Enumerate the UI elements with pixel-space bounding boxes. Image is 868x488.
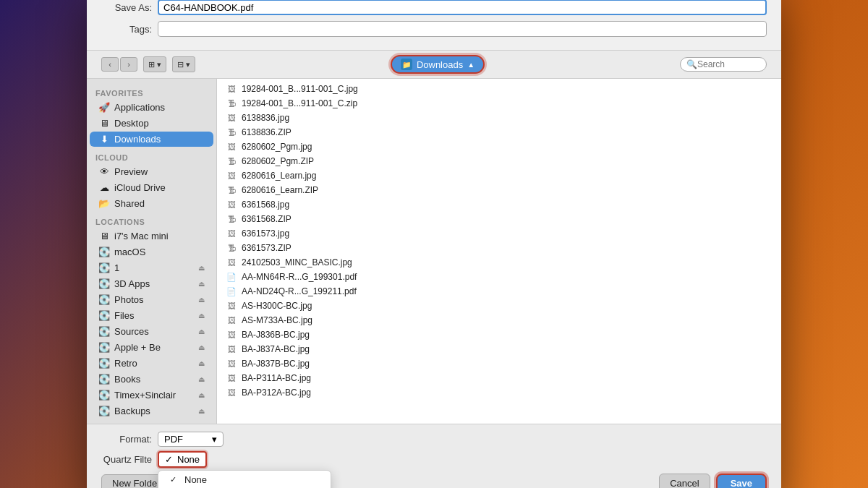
location-label: Downloads — [417, 59, 463, 70]
location-selector[interactable]: 📁 Downloads ▲ — [391, 55, 485, 74]
dialog-body: Favorites 🚀 Applications 🖥 Desktop ⬇ Dow… — [87, 79, 781, 424]
grid-chevron-icon: ▾ — [157, 60, 161, 69]
sidebar-item-shared[interactable]: 📂 Shared — [90, 196, 213, 211]
sidebar-item-macos[interactable]: 💽 macOS — [90, 244, 213, 260]
sidebar-item-books[interactable]: 💽 Books ⏏ — [90, 372, 213, 387]
file-item[interactable]: 🗜 6138836.ZIP — [217, 125, 781, 140]
file-name: 6280616_Learn.jpg — [242, 171, 316, 181]
file-item[interactable]: 📄 AA-MN64R-R...G_199301.pdf — [217, 270, 781, 284]
image-icon: 🖼 — [226, 170, 237, 181]
file-item[interactable]: 🗜 6280602_Pgm.ZIP — [217, 154, 781, 168]
grid-view-button[interactable]: ⊞ ▾ — [143, 56, 166, 72]
sidebar-item-mac-mini[interactable]: 🖥 i7's Mac mini — [90, 228, 213, 244]
none-checkmark: ✓ — [170, 475, 180, 484]
back-button[interactable]: ‹ — [101, 57, 119, 72]
quartz-filter-selector[interactable]: ✓ None — [158, 451, 207, 468]
sidebar-item-icloud-drive[interactable]: ☁ iCloud Drive — [90, 180, 213, 195]
image-icon: 🖼 — [226, 343, 237, 355]
sidebar-item-backups[interactable]: 💽 Backups ⏏ — [90, 403, 213, 419]
filename-input[interactable] — [158, 0, 767, 15]
file-item[interactable]: 🖼 BA-P311A-BC.jpg — [217, 371, 781, 385]
image-icon: 🖼 — [226, 112, 237, 124]
search-box: 🔍 — [680, 57, 767, 72]
search-icon: 🔍 — [686, 59, 697, 69]
file-item[interactable]: 🖼 6280616_Learn.jpg — [217, 168, 781, 183]
eject-icon: ⏏ — [198, 375, 205, 383]
file-item[interactable]: 🖼 6361568.jpg — [217, 197, 781, 212]
dialog-header: Save As: Tags: — [87, 0, 781, 51]
sidebar-item-label: Sources — [114, 326, 149, 337]
sidebar-item-photos[interactable]: 💽 Photos ⏏ — [90, 292, 213, 307]
sidebar-item-label: Books — [114, 374, 140, 385]
format-row: Format: PDF ▾ — [101, 432, 767, 447]
file-item[interactable]: 📄 AA-ND24Q-R...G_199211.pdf — [217, 284, 781, 299]
sidebar: Favorites 🚀 Applications 🖥 Desktop ⬇ Dow… — [87, 79, 217, 424]
file-name: AS-H300C-BC.jpg — [242, 301, 312, 311]
file-item[interactable]: 🗜 6280616_Learn.ZIP — [217, 183, 781, 197]
sidebar-item-sources[interactable]: 💽 Sources ⏏ — [90, 324, 213, 339]
file-item[interactable]: 🖼 19284-001_B...911-001_C.jpg — [217, 82, 781, 96]
zip-icon: 🗜 — [226, 184, 237, 196]
search-input[interactable] — [697, 59, 762, 69]
quartz-dropdown-menu: ✓ None Black & White Blue Tone Create Ge… — [158, 470, 331, 488]
icloud-icon: ☁ — [98, 182, 110, 193]
file-item[interactable]: 🖼 BA-J837A-BC.jpg — [217, 342, 781, 356]
save-dialog: Save As: Tags: ‹ › ⊞ ▾ ⊟ ▾ 📁 Downloads ▲ — [87, 0, 781, 488]
file-name: 19284-001_B...911-001_C.zip — [242, 98, 357, 108]
file-name: 6361573.jpg — [242, 228, 289, 239]
quartz-menu-none[interactable]: ✓ None — [158, 471, 331, 488]
file-item[interactable]: 🖼 AS-M733A-BC.jpg — [217, 313, 781, 328]
format-chevron-icon: ▾ — [212, 434, 217, 445]
zip-icon: 🗜 — [226, 155, 237, 167]
tags-input[interactable] — [158, 21, 767, 37]
sidebar-item-3d-apps[interactable]: 💽 3D Apps ⏏ — [90, 276, 213, 291]
file-item[interactable]: 🖼 BA-P312A-BC.jpg — [217, 385, 781, 400]
pdf-icon: 📄 — [226, 271, 237, 283]
file-name: 6280602_Pgm.ZIP — [242, 156, 314, 166]
file-item[interactable]: 🗜 6361573.ZIP — [217, 241, 781, 255]
sidebar-item-label: Desktop — [114, 118, 149, 129]
save-button[interactable]: Save — [716, 474, 767, 488]
sidebar-item-timex[interactable]: 💽 Timex+Sinclair ⏏ — [90, 388, 213, 403]
locations-section-label: Locations — [87, 212, 216, 228]
disk-icon: 💽 — [98, 310, 110, 321]
sidebar-item-desktop[interactable]: 🖥 Desktop — [90, 116, 213, 131]
image-icon: 🖼 — [226, 329, 237, 341]
file-item[interactable]: 🖼 24102503_MINC_BASIC.jpg — [217, 255, 781, 270]
downloads-folder-icon: 📁 — [401, 59, 412, 70]
quartz-row: Quartz Filte ✓ None ✓ None Black & White… — [101, 451, 767, 468]
sidebar-item-files[interactable]: 💽 Files ⏏ — [90, 308, 213, 323]
file-item[interactable]: 🖼 6138836.jpg — [217, 111, 781, 125]
grid-icon: ⊞ — [148, 60, 155, 69]
applications-icon: 🚀 — [98, 102, 110, 113]
file-item[interactable]: 🖼 BA-J837B-BC.jpg — [217, 356, 781, 371]
disk-icon: 💽 — [98, 342, 110, 353]
file-item[interactable]: 🖼 BA-J836B-BC.jpg — [217, 328, 781, 342]
sidebar-item-1[interactable]: 💽 1 ⏏ — [90, 260, 213, 275]
cancel-button[interactable]: Cancel — [659, 474, 710, 488]
format-selector[interactable]: PDF ▾ — [158, 432, 224, 447]
sidebar-item-label: Downloads — [114, 134, 161, 145]
sidebar-item-retro[interactable]: 💽 Retro ⏏ — [90, 356, 213, 371]
disk-icon: 💽 — [98, 406, 110, 416]
file-item[interactable]: 🖼 6361573.jpg — [217, 226, 781, 241]
sidebar-item-downloads[interactable]: ⬇ Downloads — [90, 132, 213, 147]
file-item[interactable]: 🖼 AS-H300C-BC.jpg — [217, 299, 781, 313]
sidebar-item-applications[interactable]: 🚀 Applications — [90, 100, 213, 115]
file-item[interactable]: 🗜 6361568.ZIP — [217, 212, 781, 226]
sidebar-item-label: Preview — [114, 166, 148, 177]
file-item[interactable]: 🖼 6280602_Pgm.jpg — [217, 140, 781, 154]
list-view-button[interactable]: ⊟ ▾ — [172, 56, 195, 72]
sidebar-item-label: 1 — [114, 262, 119, 273]
sidebar-item-apple[interactable]: 💽 Apple + Be ⏏ — [90, 340, 213, 355]
sidebar-item-preview[interactable]: 👁 Preview — [90, 164, 213, 179]
eject-icon: ⏏ — [198, 391, 205, 399]
file-item[interactable]: 🗜 19284-001_B...911-001_C.zip — [217, 96, 781, 111]
file-name: 24102503_MINC_BASIC.jpg — [242, 257, 352, 267]
forward-button[interactable]: › — [120, 57, 137, 72]
format-label: Format: — [101, 434, 152, 445]
image-icon: 🖼 — [226, 141, 237, 153]
image-icon: 🖼 — [226, 387, 237, 398]
file-name: AA-MN64R-R...G_199301.pdf — [242, 272, 357, 282]
zip-icon: 🗜 — [226, 127, 237, 138]
